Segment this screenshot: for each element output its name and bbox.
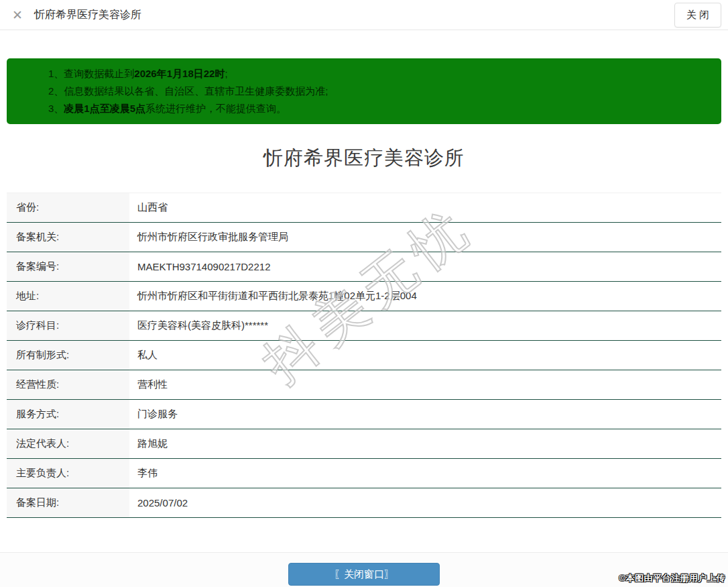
notice-text: ; bbox=[225, 68, 227, 79]
notice-line: 3、凌晨1点至凌晨5点系统进行维护，不能提供查询。 bbox=[48, 100, 708, 117]
row-label: 经营性质: bbox=[7, 370, 129, 400]
window-titlebar: ✕ 忻府希界医疗美容诊所 关 闭 bbox=[0, 0, 728, 30]
table-row: 备案日期: 2025/07/02 bbox=[7, 488, 721, 518]
row-value: 李伟 bbox=[129, 459, 721, 488]
table-row: 诊疗科目: 医疗美容科(美容皮肤科)****** bbox=[7, 311, 721, 341]
notice-number: 2、 bbox=[48, 85, 64, 97]
table-row: 经营性质: 营利性 bbox=[7, 370, 721, 400]
row-value: 门诊服务 bbox=[129, 400, 721, 429]
notice-line: 1、查询数据截止到2026年1月18日22时; bbox=[48, 65, 708, 83]
window-title: 忻府希界医疗美容诊所 bbox=[34, 8, 141, 22]
row-label: 主要负责人: bbox=[7, 459, 129, 488]
row-value: 路旭妮 bbox=[129, 429, 721, 459]
row-label: 备案日期: bbox=[7, 488, 129, 518]
close-window-button[interactable]: 〖关闭窗口〗 bbox=[288, 563, 440, 586]
notice-number: 1、 bbox=[48, 68, 64, 79]
row-label: 法定代表人: bbox=[7, 429, 129, 459]
row-value: 忻州市忻府区和平街街道和平西街北景泰苑1幢02单元1-2层004 bbox=[129, 282, 721, 311]
close-button[interactable]: 关 闭 bbox=[674, 3, 721, 28]
notice-text: 信息数据结果以各省、自治区、直辖市卫生健康委数据为准; bbox=[64, 85, 328, 97]
row-value: 私人 bbox=[129, 341, 721, 370]
table-row: 所有制形式: 私人 bbox=[7, 341, 721, 370]
copyright-watermark: ©本图由平台注册用户上传 bbox=[619, 572, 725, 584]
clinic-info-table: 省份: 山西省 备案机关: 忻州市忻府区行政审批服务管理局 备案编号: MAEK… bbox=[7, 193, 721, 518]
table-row: 服务方式: 门诊服务 bbox=[7, 400, 721, 429]
row-value: 山西省 bbox=[129, 193, 721, 223]
close-icon[interactable]: ✕ bbox=[12, 9, 23, 21]
row-value: 忻州市忻府区行政审批服务管理局 bbox=[129, 223, 721, 252]
row-value: 医疗美容科(美容皮肤科)****** bbox=[129, 311, 721, 341]
row-label: 诊疗科目: bbox=[7, 311, 129, 341]
row-label: 备案编号: bbox=[7, 252, 129, 282]
notice-text: 查询数据截止到 bbox=[64, 68, 134, 79]
notice-text: 系统进行维护，不能提供查询。 bbox=[145, 103, 286, 114]
table-row: 法定代表人: 路旭妮 bbox=[7, 429, 721, 459]
row-value: 2025/07/02 bbox=[129, 488, 721, 518]
table-row: 地址: 忻州市忻府区和平街街道和平西街北景泰苑1幢02单元1-2层004 bbox=[7, 282, 721, 311]
table-row: 备案编号: MAEKTH93714090217D2212 bbox=[7, 252, 721, 282]
row-label: 备案机关: bbox=[7, 223, 129, 252]
table-row: 备案机关: 忻州市忻府区行政审批服务管理局 bbox=[7, 223, 721, 252]
row-label: 服务方式: bbox=[7, 400, 129, 429]
row-label: 省份: bbox=[7, 193, 129, 223]
notice-bold-text: 2026年1月18日22时 bbox=[134, 68, 225, 79]
notice-bold-text: 凌晨1点至凌晨5点 bbox=[64, 103, 145, 114]
row-value: MAEKTH93714090217D2212 bbox=[129, 252, 721, 282]
table-row: 主要负责人: 李伟 bbox=[7, 459, 721, 488]
table-row: 省份: 山西省 bbox=[7, 193, 721, 223]
notice-banner: 1、查询数据截止到2026年1月18日22时; 2、信息数据结果以各省、自治区、… bbox=[7, 58, 721, 124]
row-label: 地址: bbox=[7, 282, 129, 311]
row-value: 营利性 bbox=[129, 370, 721, 400]
notice-number: 3、 bbox=[48, 103, 64, 114]
notice-line: 2、信息数据结果以各省、自治区、直辖市卫生健康委数据为准; bbox=[48, 83, 708, 100]
row-label: 所有制形式: bbox=[7, 341, 129, 370]
page-title: 忻府希界医疗美容诊所 bbox=[0, 145, 728, 172]
